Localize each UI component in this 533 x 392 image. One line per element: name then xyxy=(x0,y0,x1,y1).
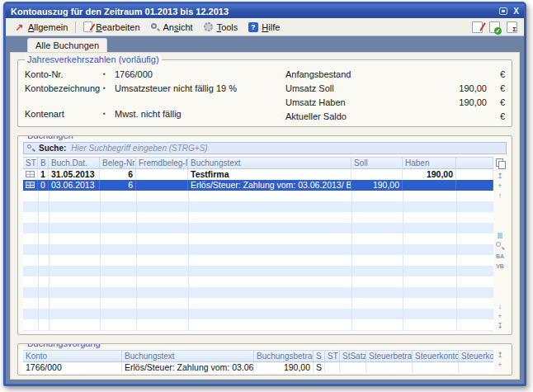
page-up-icon[interactable]: ↑ xyxy=(494,191,506,201)
euro-sign: € xyxy=(487,83,505,93)
col-konto[interactable]: Konto xyxy=(23,351,122,361)
cell-steuerkonto2 xyxy=(459,362,493,373)
cell-s: S xyxy=(314,362,325,373)
search-label: Suche: xyxy=(39,144,66,153)
kontenart-value: Mwst. nicht fällig xyxy=(115,109,182,119)
col-buchdat[interactable]: Buch.Dat. xyxy=(49,158,100,168)
col-b[interactable]: B xyxy=(38,158,49,168)
group-buchungsvorgang: Buchungsvorgang Konto Buchungstext Buchu… xyxy=(17,343,512,375)
col-buchungsbetrag[interactable]: Buchungsbetrag xyxy=(254,351,314,361)
cell-beleg: 6 xyxy=(100,169,136,180)
cell-date: 31.05.2013 xyxy=(49,169,100,180)
page-down-icon[interactable]: ↓ xyxy=(494,301,506,311)
table-row[interactable]: 1766/000 Erlös/Steuer: Zahlung vom: 03.0… xyxy=(23,362,493,373)
cell-soll xyxy=(351,169,403,180)
table-row[interactable]: 1 31.05.2013 6 Testfirma 190,00 xyxy=(23,169,493,180)
edit-page-icon xyxy=(83,21,92,32)
cell-fremdbeleg xyxy=(136,180,188,191)
cell-betrag: 190,00 xyxy=(254,362,314,373)
euro-sign: € xyxy=(487,69,505,79)
col-buchungstext[interactable]: Buchungstext xyxy=(122,351,254,361)
table-row-selected[interactable]: 0 03.06.2013 6 Erlös/Steuer: Zahlung vom… xyxy=(23,180,493,191)
cell-steuerbetrag xyxy=(366,362,413,373)
bookings-table-header: ST B Buch.Dat. Beleg-Nr. Fremdbeleg-Nr. … xyxy=(23,158,493,169)
col-st[interactable]: ST xyxy=(325,351,340,361)
transaction-table-header: Konto Buchungstext Buchungsbetrag S ST S… xyxy=(23,351,493,362)
umsatz-haben-label: Umsatz Haben xyxy=(285,97,429,107)
bookings-side-toolbar: ↥ + ↑ ||| BA VB ↓ + ↧ xyxy=(493,157,507,331)
cell-st xyxy=(325,362,340,373)
empty-rows xyxy=(23,191,493,331)
zoom-icon[interactable] xyxy=(495,241,505,251)
col-steuerbetrag[interactable]: Steuerbetrag xyxy=(366,351,413,361)
umsatz-haben-value: 190,00 xyxy=(429,97,487,107)
help-icon: ? xyxy=(248,22,258,32)
summary-left-column: Konto-Nr. ▪ 1766/000 Kontobezeichnung ▪ … xyxy=(25,67,277,123)
search-input[interactable]: Suche: Hier Suchbegriff eingeben (STRG+S… xyxy=(23,142,507,154)
cell-stsatz xyxy=(340,362,366,373)
menu-tools[interactable]: Tools xyxy=(198,20,243,34)
edit-book-icon[interactable] xyxy=(472,21,483,33)
scroll-top-icon[interactable]: ↥ xyxy=(494,350,506,360)
row-up-icon[interactable]: + xyxy=(494,360,506,370)
menu-ansicht-label: Ansicht xyxy=(163,22,193,32)
col-s[interactable]: S xyxy=(314,351,325,361)
row-down-icon[interactable]: + xyxy=(494,311,506,321)
title-bar[interactable]: Kontoauszug für den Zeitraum 01.2013 bis… xyxy=(6,4,524,18)
col-stsatz[interactable]: StSatz xyxy=(340,351,366,361)
col-steuerkonto1[interactable]: Steuerkonto 1 xyxy=(413,351,459,361)
booking-status-icon xyxy=(26,182,35,188)
cell-text: Testfirma xyxy=(188,169,351,180)
col-steuerkonto2[interactable]: Steuerkonto 2 xyxy=(459,351,493,361)
search-placeholder: Hier Suchbegriff eingeben (STRG+S) xyxy=(71,144,207,153)
bullet-icon: ▪ xyxy=(103,70,115,78)
col-soll[interactable]: Soll xyxy=(351,158,403,168)
cell-fremdbeleg xyxy=(136,169,188,180)
menu-allgemein[interactable]: ↗ Allgemein xyxy=(9,20,73,34)
content-panel: Jahresverkehrszahlen (vorläufig) Konto-N… xyxy=(10,52,520,380)
menu-bearbeiten[interactable]: Bearbeiten xyxy=(78,20,144,34)
col-belegnr[interactable]: Beleg-Nr. xyxy=(100,158,136,168)
euro-sign: € xyxy=(487,111,505,121)
col-buchungstext[interactable]: Buchungstext xyxy=(188,158,351,168)
copy-columns-icon[interactable] xyxy=(496,158,505,168)
group-title-buchungen: Buchungen xyxy=(25,135,76,141)
columns-icon[interactable]: ||| xyxy=(494,230,506,240)
menu-bearbeiten-label: Bearbeiten xyxy=(96,22,139,32)
view-magnifier-icon xyxy=(150,22,160,32)
cell-haben: 190,00 xyxy=(403,169,456,180)
transaction-side-toolbar: ↥ + ↑ ||| xyxy=(493,350,507,373)
menu-ansicht[interactable]: Ansicht xyxy=(145,21,198,34)
vb-icon[interactable]: VB xyxy=(494,262,506,272)
screen: Kontoauszug für den Zeitraum 01.2013 bis… xyxy=(0,0,533,392)
aktueller-saldo-label: Aktueller Saldo xyxy=(285,111,429,121)
page-check-icon[interactable]: ✓ xyxy=(489,21,500,33)
col-filler xyxy=(456,158,493,168)
bookings-table: ST B Buch.Dat. Beleg-Nr. Fremdbeleg-Nr. … xyxy=(23,157,493,331)
row-up-icon[interactable]: + xyxy=(494,181,506,191)
kontobezeichnung-label: Kontobezeichnung xyxy=(25,83,103,93)
cell-haben xyxy=(403,180,456,191)
menu-allgemein-label: Allgemein xyxy=(28,22,68,32)
restore-icon[interactable] xyxy=(499,7,507,15)
col-st[interactable]: ST xyxy=(23,158,38,168)
transaction-table: Konto Buchungstext Buchungsbetrag S ST S… xyxy=(23,350,493,373)
cell-text: Erlös/Steuer: Zahlung vom: 03.06.2013/ B… xyxy=(188,180,351,191)
cell-beleg: 6 xyxy=(100,180,136,191)
kontobezeichnung-value: Umsatzsteuer nicht fällig 19 % xyxy=(115,83,237,93)
scroll-top-icon[interactable]: ↥ xyxy=(494,171,506,181)
tab-strip: Alle Buchungen xyxy=(6,36,524,52)
scroll-bottom-icon[interactable]: ↧ xyxy=(494,321,506,331)
tab-alle-buchungen[interactable]: Alle Buchungen xyxy=(27,38,107,52)
menu-bar: ↗ Allgemein Bearbeiten Ansicht Tools ? H… xyxy=(6,18,524,36)
menu-hilfe[interactable]: ? Hilfe xyxy=(243,20,285,34)
close-icon[interactable]: X xyxy=(513,7,519,16)
col-fremdbelegnr[interactable]: Fremdbeleg-Nr. xyxy=(136,158,188,168)
col-haben[interactable]: Haben xyxy=(403,158,456,168)
page-up-icon[interactable]: ↑ xyxy=(494,370,506,373)
page-sum-icon[interactable]: Σ xyxy=(507,21,517,33)
konto-nr-label: Konto-Nr. xyxy=(25,69,103,79)
ba-icon[interactable]: BA xyxy=(494,252,506,262)
window-title: Kontoauszug für den Zeitraum 01.2013 bis… xyxy=(11,7,499,17)
gear-icon xyxy=(204,22,213,31)
